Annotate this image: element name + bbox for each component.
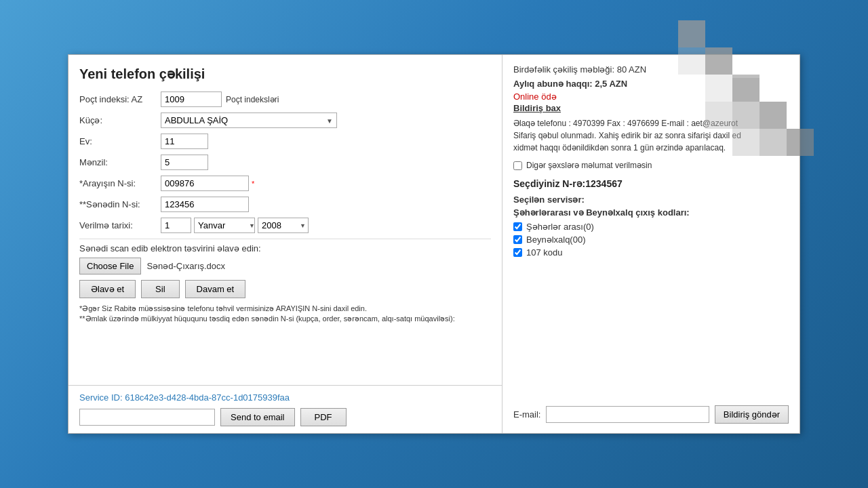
apt-label: Mənzil: <box>79 157 161 167</box>
bottom-row: Send to email PDF <box>79 408 491 426</box>
bildiris-button[interactable]: Bildiriş göndər <box>715 405 789 424</box>
file-name-display: Sənəd-Çıxarış.docx <box>146 261 225 271</box>
right-bottom-row: E-mail: Bildiriş göndər <box>513 405 789 424</box>
scan-row: Choose File Sənəd-Çıxarış.docx <box>79 258 491 274</box>
sil-button[interactable]: Sil <box>141 280 179 298</box>
service2-checkbox[interactable] <box>513 235 522 244</box>
street-select-wrapper: ABDULLA ŞAİQ <box>161 113 337 128</box>
phone-label: *Arayışın N-si: <box>79 178 161 188</box>
post-label: Poçt indeksi: AZ <box>79 94 161 104</box>
doc-row: **Sənədin N-si: <box>79 197 491 212</box>
svg-rect-5 <box>705 102 732 129</box>
email-label: E-mail: <box>513 409 540 420</box>
form-main: Poçt indeksi: AZ Poçt indeksləri Küçə: A… <box>79 92 491 325</box>
service1-label: Şəhərlər arası(0) <box>526 222 594 232</box>
footnote2: **Əmlak üzərində mülkiyyat hüququnu təsd… <box>79 314 455 323</box>
pdf-button[interactable]: PDF <box>300 408 347 426</box>
svg-rect-9 <box>678 47 705 75</box>
scan-section: Sənədi scan edib elektron təsvirini əlav… <box>79 239 491 325</box>
svg-rect-6 <box>787 129 814 156</box>
apt-input[interactable] <box>161 155 208 170</box>
date-row: Verilmə tarixi: Yanvar Fevral Mart Aprel… <box>79 218 491 233</box>
footnote1: *Əgər Siz Rabitə müəssisəsinə telefonu t… <box>79 304 367 312</box>
year-select-wrapper: 2008 2009 2010 <box>258 218 309 233</box>
post-row: Poçt indeksi: AZ Poçt indeksləri <box>79 92 491 107</box>
service2-label: Beynəlxalq(00) <box>526 235 586 245</box>
apt-row: Mənzil: <box>79 155 491 170</box>
form-area: Poçt indeksi: AZ Poçt indeksləri Küçə: A… <box>79 92 491 325</box>
email-right-input[interactable] <box>546 406 709 423</box>
service-id: Service ID: 618c42e3-d428-4bda-87cc-1d01… <box>79 392 491 403</box>
send-email-button[interactable]: Send to email <box>220 408 295 426</box>
month-select[interactable]: Yanvar Fevral Mart Aprel May İyun İyul A… <box>194 218 255 233</box>
svg-rect-11 <box>732 75 760 78</box>
service3-checkbox[interactable] <box>513 248 522 257</box>
svg-rect-1 <box>705 47 732 75</box>
footnote: *Əgər Siz Rabitə müəssisəsinə telefonu t… <box>79 304 491 325</box>
post-input[interactable] <box>161 92 222 107</box>
service2-row: Beynəlxalq(00) <box>513 235 789 245</box>
svg-rect-4 <box>732 102 760 129</box>
street-select[interactable]: ABDULLA ŞAİQ <box>161 113 337 128</box>
post-link[interactable]: Poçt indeksləri <box>226 95 279 104</box>
davam-button[interactable]: Davam et <box>185 280 246 298</box>
service1-row: Şəhərlər arası(0) <box>513 222 789 232</box>
year-select[interactable]: 2008 2009 2010 <box>258 218 309 233</box>
bottom-email-input[interactable] <box>79 409 215 426</box>
elave-button[interactable]: Əlavə et <box>79 280 136 298</box>
date-day-input[interactable] <box>161 218 191 233</box>
privacy-checkbox[interactable] <box>513 161 522 170</box>
doc-input[interactable] <box>161 197 249 212</box>
svg-rect-2 <box>732 75 760 102</box>
action-row: Əlavə et Sil Davam et <box>79 280 491 298</box>
left-bottom-section: Service ID: 618c42e3-d428-4bda-87cc-1d01… <box>68 385 502 433</box>
selected-num-label: Seçdiyiniz N-rə: <box>513 178 585 189</box>
choose-file-button[interactable]: Choose File <box>79 258 141 274</box>
left-top-section: Yeni telefon çəkilişi Poçt indeksi: AZ P… <box>68 55 502 385</box>
phone-row: *Arayışın N-si: * <box>79 176 491 191</box>
doc-label: **Sənədin N-si: <box>79 199 161 209</box>
scan-label: Sənədi scan edib elektron təsvirini əlav… <box>79 243 491 253</box>
privacy-checkbox-label: Digər şəxslərə məlumat verilməsin <box>526 161 652 170</box>
svg-rect-7 <box>760 129 787 156</box>
house-row: Ev: <box>79 134 491 149</box>
required-star1: * <box>252 180 254 188</box>
svg-rect-10 <box>705 75 732 102</box>
svg-rect-8 <box>732 129 760 156</box>
selected-num-value: 1234567 <box>585 178 623 189</box>
house-input[interactable] <box>161 134 208 149</box>
street-row: Küçə: ABDULLA ŞAİQ <box>79 113 491 128</box>
service3-row: 107 kodu <box>513 247 789 258</box>
service1-checkbox[interactable] <box>513 222 522 231</box>
service3-label: 107 kodu <box>526 247 563 258</box>
left-panel: Yeni telefon çəkilişi Poçt indeksi: AZ P… <box>68 55 502 433</box>
house-label: Ev: <box>79 136 161 146</box>
phone-input[interactable] <box>161 176 249 191</box>
svg-rect-3 <box>760 102 787 129</box>
street-label: Küçə: <box>79 115 161 125</box>
month-select-wrapper: Yanvar Fevral Mart Aprel May İyun İyul A… <box>191 218 258 233</box>
page-title: Yeni telefon çəkilişi <box>79 66 491 82</box>
date-label: Verilmə tarixi: <box>79 220 161 230</box>
svg-rect-0 <box>678 20 705 47</box>
